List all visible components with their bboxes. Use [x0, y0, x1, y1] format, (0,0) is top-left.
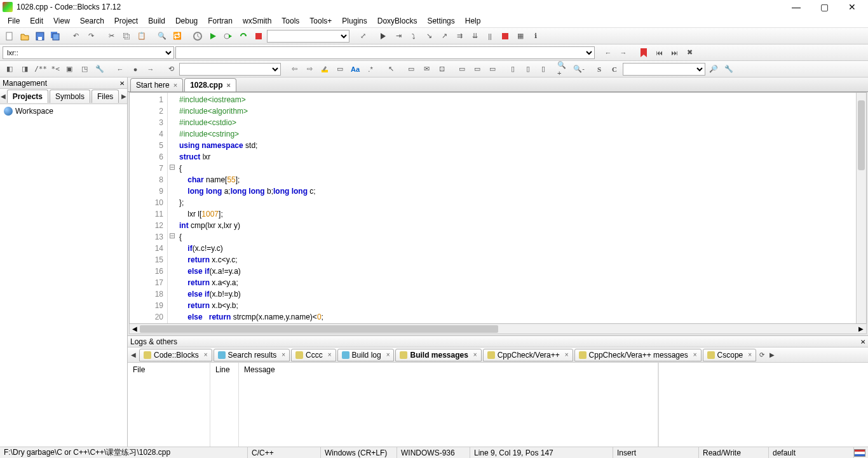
tab-projects[interactable]: Projects [7, 90, 48, 103]
search-small-icon[interactable]: 🔎 [707, 62, 721, 76]
fold-column[interactable]: ⊟⊟ [168, 93, 177, 323]
run-icon[interactable] [206, 29, 220, 43]
next-instruction-icon[interactable]: ⇉ [452, 29, 466, 43]
nav-home-icon[interactable]: ● [128, 62, 142, 76]
menu-plugins[interactable]: Plugins [337, 15, 372, 27]
log-tab-close-icon[interactable]: × [328, 351, 332, 358]
logs-tab-search-results[interactable]: Search results× [214, 349, 290, 361]
menu-fortran[interactable]: Fortran [203, 15, 238, 27]
scope-combo[interactable]: lxr:: [3, 46, 174, 59]
vertical-scrollbar[interactable] [856, 93, 866, 323]
file-tab-1[interactable]: 1028.cpp× [184, 78, 236, 91]
menu-view[interactable]: View [48, 15, 75, 27]
status-eol[interactable]: Windows (CR+LF) [321, 447, 397, 458]
letter-c-icon[interactable]: C [607, 62, 621, 76]
ime-flag-icon[interactable] [854, 449, 865, 457]
debug-continue-icon[interactable] [376, 29, 390, 43]
regex-icon[interactable]: .* [363, 62, 377, 76]
redo-icon[interactable]: ↷ [84, 29, 98, 43]
step-into-instr-icon[interactable]: ⇊ [468, 29, 482, 43]
jump-forward-icon[interactable]: → [616, 46, 630, 60]
build-target-combo[interactable] [267, 30, 349, 43]
menu-search[interactable]: Search [75, 15, 109, 27]
arrow-left-icon[interactable]: ⇦ [287, 62, 301, 76]
menu-help[interactable]: Help [460, 15, 486, 27]
build-icon[interactable] [191, 29, 205, 43]
menu-doxyblocks[interactable]: DoxyBlocks [372, 15, 423, 27]
cursor-icon[interactable]: ↖ [384, 62, 398, 76]
tab-files[interactable]: Files [92, 90, 119, 103]
toggle-bookmark-icon[interactable] [637, 46, 651, 60]
settings-icon[interactable]: 🔧 [722, 62, 736, 76]
rebuild-icon[interactable] [236, 29, 250, 43]
undo-icon[interactable]: ↶ [69, 29, 83, 43]
pane3-icon[interactable]: ▯ [536, 62, 550, 76]
logs-tabs-right-icon[interactable]: ▶ [768, 351, 776, 358]
mail-icon[interactable]: ✉ [419, 62, 433, 76]
status-insert[interactable]: Insert [613, 447, 699, 458]
file-tab-0[interactable]: Start here× [130, 78, 183, 91]
menu-wxsmith[interactable]: wxSmith [238, 15, 276, 27]
logs-tabs-left-icon[interactable]: ◀ [129, 351, 138, 358]
next-line-icon[interactable]: ⤵ [407, 29, 421, 43]
step-out-icon[interactable]: ↗ [437, 29, 451, 43]
open-file-icon[interactable] [18, 29, 32, 43]
highlight-icon[interactable] [318, 62, 332, 76]
doxy-extract-icon[interactable]: ◨ [18, 62, 32, 76]
logs-tab-cscope[interactable]: Cscope× [703, 349, 757, 361]
hscroll-right-icon[interactable]: ▶ [856, 325, 866, 332]
symbol-combo[interactable] [175, 46, 595, 59]
tab-symbols[interactable]: Symbols [50, 90, 90, 103]
status-encoding[interactable]: WINDOWS-936 [397, 447, 470, 458]
prev-bookmark-icon[interactable]: ⏮ [652, 46, 666, 60]
log-tab-close-icon[interactable]: × [204, 351, 208, 358]
clear-bookmarks-icon[interactable]: ✖ [682, 46, 696, 60]
arrow-right-icon[interactable]: ⇨ [302, 62, 316, 76]
logs-tab-cppcheck-vera-messages[interactable]: CppCheck/Vera++ messages× [574, 349, 702, 361]
logs-tabs-refresh-icon[interactable]: ⟳ [757, 351, 766, 358]
save-icon[interactable] [33, 29, 47, 43]
logs-tab-build-log[interactable]: Build log× [337, 349, 395, 361]
doxy-config-icon[interactable]: 🔧 [93, 62, 107, 76]
paste-icon[interactable]: 📋 [135, 29, 149, 43]
code-lines[interactable]: #include<iostream>#include<algorithm>#in… [177, 93, 856, 323]
maximize-button[interactable]: ▢ [816, 2, 832, 12]
close-button[interactable]: ✕ [844, 2, 860, 12]
doxy-wizard-icon[interactable]: ◧ [3, 62, 17, 76]
nav-forward-icon[interactable]: → [144, 62, 158, 76]
logs-tab-code-blocks[interactable]: Code::Blocks× [139, 349, 212, 361]
win3-icon[interactable]: ▭ [485, 62, 499, 76]
close-tab-icon[interactable]: × [227, 81, 231, 89]
horizontal-scrollbar[interactable]: ◀ ▶ [129, 324, 867, 334]
toggle-source-header-icon[interactable]: ⤢ [356, 29, 370, 43]
close-tab-icon[interactable]: × [173, 81, 177, 89]
mgmt-tabs-left-icon[interactable]: ◀ [0, 93, 7, 100]
hscroll-left-icon[interactable]: ◀ [130, 325, 140, 332]
log-tab-close-icon[interactable]: × [473, 351, 477, 358]
zoom-out-icon[interactable]: 🔍- [572, 62, 586, 76]
management-close-icon[interactable]: × [119, 78, 125, 88]
jump-back-icon[interactable]: ← [601, 46, 615, 60]
minimize-button[interactable]: — [788, 2, 804, 12]
break-debugger-icon[interactable]: || [483, 29, 497, 43]
selection-icon[interactable]: ▭ [333, 62, 347, 76]
log-tab-close-icon[interactable]: × [748, 351, 752, 358]
menu-build[interactable]: Build [143, 15, 170, 27]
menu-file[interactable]: File [3, 15, 25, 27]
pane2-icon[interactable]: ▯ [521, 62, 535, 76]
logs-close-icon[interactable]: × [860, 337, 865, 346]
code-editor[interactable]: 1234567891011121314151617181920 ⊟⊟ #incl… [129, 92, 867, 324]
doxy-run-icon[interactable]: ▣ [62, 62, 76, 76]
match-case-icon[interactable]: Aa [348, 62, 362, 76]
log-tab-close-icon[interactable]: × [693, 351, 697, 358]
save-all-icon[interactable] [48, 29, 62, 43]
step-into-icon[interactable]: ↘ [422, 29, 436, 43]
block-comment-icon[interactable]: /** *< [33, 62, 61, 76]
cut-icon[interactable]: ✂ [104, 29, 118, 43]
new-file-icon[interactable] [3, 29, 17, 43]
status-lang[interactable]: C/C++ [248, 447, 321, 458]
stop-debugger-icon[interactable] [498, 29, 512, 43]
zoom-in-icon[interactable]: 🔍+ [557, 62, 571, 76]
find-icon[interactable]: 🔍 [155, 29, 169, 43]
debug-windows-icon[interactable]: ▦ [513, 29, 527, 43]
